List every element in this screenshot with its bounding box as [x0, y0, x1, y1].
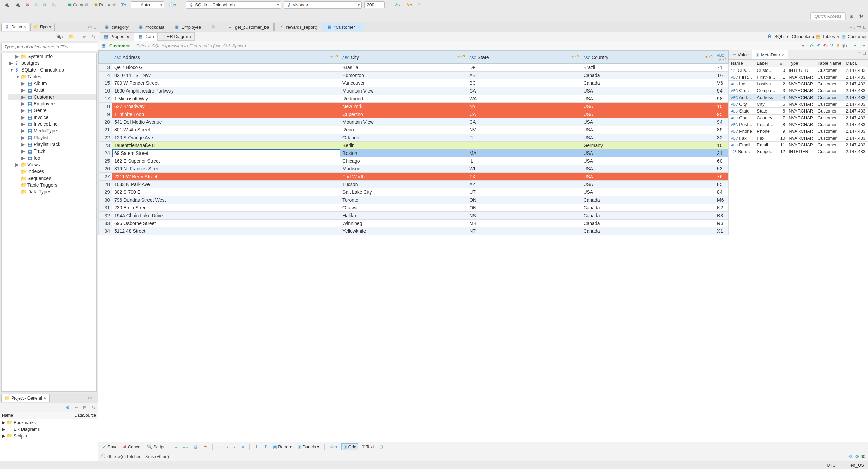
table-row[interactable]: 171 Microsoft WayRedmondWAUSA98 — [99, 95, 729, 103]
settings-icon[interactable]: ⚙ ▾ — [328, 444, 339, 450]
tree-item-sequences[interactable]: 📁Sequences — [8, 175, 96, 182]
tree-item-indexes[interactable]: 📁Indexes — [8, 168, 96, 175]
tree-item-mediatype[interactable]: ▶▦MediaType — [8, 127, 96, 134]
collapse-icon[interactable]: ⇤ — [82, 33, 88, 40]
tree-item-track[interactable]: ▶▦Track — [8, 148, 96, 155]
table-row[interactable]: 33696 Osborne StreetWinnipegMBCanadaR3 — [99, 220, 729, 227]
tree-item-data-types[interactable]: 📁Data Types — [8, 188, 96, 195]
editor-tab-employee[interactable]: ▦Employee — [170, 23, 205, 31]
rownum-header[interactable] — [99, 51, 112, 64]
table-row[interactable]: 21801 W 4th StreetRenoNVUSA89 — [99, 126, 729, 134]
tree-item-playlist[interactable]: ▶▦Playlist — [8, 134, 96, 141]
commit-button[interactable]: ▣Commit — [66, 2, 90, 8]
edit-row-icon[interactable]: ≡ — [173, 444, 179, 450]
editor-tab--sqlite-chino[interactable]: ⧉ — [206, 23, 222, 31]
column-header-country[interactable]: ABCCountry⧩ ↑? — [581, 51, 715, 64]
table-row[interactable]: 191 Infinite LoopCupertinoCAUSA95 — [99, 110, 729, 118]
table-row[interactable]: 20541 Del Medio AvenueMountain ViewCAUSA… — [99, 118, 729, 126]
text-view-button[interactable]: TText — [360, 444, 376, 450]
table-row[interactable]: 30796 Dundas Street WestTorontoONCanadaM… — [99, 196, 729, 204]
column-header-city[interactable]: ABCCity⧩ ↑? — [340, 51, 467, 64]
meta-row[interactable]: ABC FaxFax10NVARCHARCustomer2,147,483 — [729, 135, 868, 142]
filter-dropdown-icon[interactable]: ▾ — [802, 43, 804, 48]
del-row-icon[interactable]: ≡̵ — [202, 444, 209, 450]
row-limit-input[interactable] — [364, 1, 385, 8]
meta-row[interactable]: ABC EmailEmail11NVARCHARCustomer2,147,48… — [729, 142, 868, 148]
properties-tab[interactable]: ▦Properties — [100, 32, 134, 41]
export-icon[interactable]: ⤓ — [253, 444, 260, 450]
prev-page-icon[interactable]: ‹ — [225, 444, 230, 450]
database-select[interactable]: 🛢 SQLite - Chinook.db▾ — [186, 1, 281, 9]
table-row[interactable]: 272211 W Berry StreetFort WorthTXUSA76 — [99, 173, 729, 181]
meta-max-icon[interactable]: ◻ — [863, 50, 866, 59]
link-icon[interactable]: ⇆ — [90, 33, 97, 40]
meta-col-[interactable]: # — [778, 60, 787, 67]
connect-alt-icon[interactable]: 🔌 — [14, 2, 22, 8]
proj-link-icon[interactable]: ⇆ — [90, 404, 97, 411]
tree-item-foo[interactable]: ▶▦foo — [8, 155, 96, 161]
sql-new-icon[interactable]: ⧉₊ — [51, 2, 58, 8]
dup-row-icon[interactable]: ⿻ — [192, 444, 200, 450]
db-navigator-tab[interactable]: 🛢Datab ✕ — [1, 23, 29, 31]
metadata-panel-tab[interactable]: ⊞MetaData ✕ — [752, 50, 788, 59]
data-grid[interactable]: ABCAddress⧩ ↑?ABCCity⧩ ↑?ABCState⧩ ↑?ABC… — [98, 50, 729, 235]
nav-back-icon[interactable]: ←▾ — [850, 43, 856, 48]
tree-item-artist[interactable]: ▶▦Artist — [8, 87, 96, 94]
filter-clear-icon[interactable]: ⧩ₓ — [822, 43, 828, 48]
table-row[interactable]: 281033 N Park AveTucsonAZUSA85 — [99, 181, 729, 188]
tree-item-tables[interactable]: ▼📁Tables — [8, 73, 96, 80]
meta-row[interactable]: ABC Co…Compa…3NVARCHARCustomer2,147,483 — [729, 87, 868, 94]
tree-item-table-triggers[interactable]: 📁Table Triggers — [8, 182, 96, 188]
meta-row[interactable]: ABC First…FirstNa…1NVARCHARCustomer2,147… — [729, 74, 868, 81]
editor-tab-get-customer-ba[interactable]: ≡get_customer_ba — [223, 23, 273, 31]
table-row[interactable]: 345112 48 StreetYellowknifeNTCanadaX1 — [99, 227, 729, 235]
meta-col-name[interactable]: Name — [729, 60, 755, 67]
rollback-button[interactable]: ▣Rollback — [92, 2, 117, 8]
table-row[interactable]: 13Qe 7 Bloco GBrasíliaDFBrazil71 — [99, 64, 729, 72]
meta-row[interactable]: ABC PhonePhone9NVARCHARCustomer2,147,483 — [729, 128, 868, 135]
filter-sort-icon[interactable]: ⧩ — [836, 43, 840, 48]
color-icon[interactable]: ◉▾ — [842, 43, 848, 48]
table-row[interactable]: 15700 W Pender StreetVancouverBCCanadaV6 — [99, 79, 729, 87]
panels-button[interactable]: ⊞Panels ▾ — [296, 444, 321, 450]
sql-editor-icon[interactable]: ⧉ — [34, 2, 39, 8]
metadata-grid[interactable]: NameLabel#TypeTable NameMax L 123 Cus…Cu… — [729, 59, 868, 155]
filter-funnel-icon[interactable]: ⧩ — [816, 43, 820, 48]
quick-access-input[interactable]: Quick Access — [810, 12, 846, 20]
column-header-state[interactable]: ABCState⧩ ↑? — [467, 51, 581, 64]
tree-item-invoiceline[interactable]: ▶▦InvoiceLine — [8, 121, 96, 127]
table-row[interactable]: 18627 BroadwayNew YorkNYUSA10 — [99, 103, 729, 110]
meta-row[interactable]: ABC Post…Postal…8NVARCHARCustomer2,147,4… — [729, 121, 868, 128]
disconnect-icon[interactable]: ✖ — [24, 2, 31, 8]
proj-collapse-icon[interactable]: ⇤ — [73, 404, 80, 411]
tabs-min-icon[interactable]: ▭ — [857, 24, 861, 29]
tree-item-playlisttrack[interactable]: ▶▦PlaylistTrack — [8, 141, 96, 148]
perspective-icon[interactable]: ⊞ — [848, 13, 855, 19]
auto-refresh-icon[interactable]: ⟲ — [848, 454, 852, 459]
undo-icon[interactable]: ↶ — [416, 2, 423, 8]
meta-row[interactable]: 123 Cus…Custo…0INTEGERCustomer2,147,483 — [729, 67, 868, 74]
sql-run-icon[interactable]: ⧉ — [42, 2, 48, 8]
minimize-icon[interactable]: ▭ — [88, 25, 92, 29]
tree-item-album[interactable]: ▶▦Album — [8, 80, 96, 87]
column-header-postal[interactable]: ABC⧩ ↑? — [715, 51, 729, 64]
meta-col-type[interactable]: Type — [787, 60, 816, 67]
proj-min-icon[interactable]: ▭ — [88, 396, 92, 401]
first-page-icon[interactable]: ⇤ — [216, 444, 223, 450]
table-row[interactable]: 26319 N. Frances StreetMadisonWIUSA53 — [99, 165, 729, 173]
tree-item-views[interactable]: ▶📁Views — [8, 161, 96, 168]
script-button[interactable]: 🔍Script — [145, 444, 166, 450]
meta-col-maxl[interactable]: Max L — [844, 60, 868, 67]
data-tab[interactable]: ▦Data — [134, 32, 157, 41]
navigator-filter-input[interactable] — [1, 43, 99, 51]
project-item-bookmarks[interactable]: ▶📁Bookmarks — [0, 419, 98, 426]
table-row[interactable]: 148210 111 ST NWEdmontonABCanadaT6 — [99, 72, 729, 79]
table-row[interactable]: 22120 S Orange AveOrlandoFLUSA32 — [99, 134, 729, 142]
meta-row[interactable]: ABC Add…Address4NVARCHARCustomer2,147,48… — [729, 94, 868, 101]
tree-item-genre[interactable]: ▶▦Genre — [8, 107, 96, 114]
table-row[interactable]: 25162 E Superior StreetChicagoILUSA60 — [99, 157, 729, 165]
nav-fwd-icon[interactable]: →▾ — [859, 43, 865, 48]
tree-item-sqlite-chinook-db[interactable]: ▼🛢SQLite - Chinook.db — [8, 66, 96, 73]
meta-col-tablename[interactable]: Table Name — [816, 60, 844, 67]
autocommit-select[interactable]: Auto ▾ — [131, 1, 164, 8]
